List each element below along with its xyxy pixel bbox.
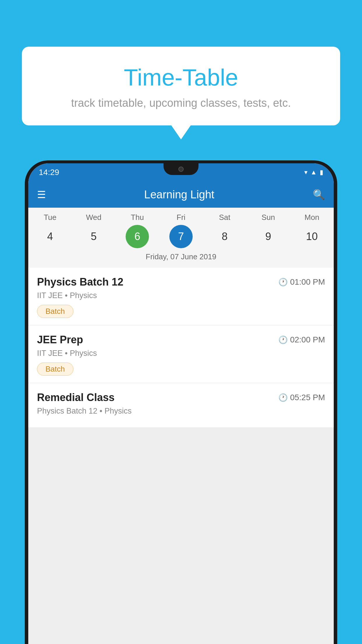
class-time-1: 🕐02:00 PM <box>278 335 325 344</box>
hamburger-icon[interactable]: ☰ <box>37 189 46 200</box>
day-header-fri: Fri <box>169 213 193 222</box>
day-number-7[interactable]: 7 <box>169 225 193 248</box>
content-area: Physics Batch 12🕐01:00 PMIIT JEE • Physi… <box>28 268 334 644</box>
clock-icon: 🕐 <box>278 335 288 344</box>
speech-bubble: Time-Table track timetable, upcoming cla… <box>22 47 340 125</box>
class-meta-2: Physics Batch 12 • Physics <box>37 407 325 416</box>
card-header-2: Remedial Class🕐05:25 PM <box>37 391 325 404</box>
notch <box>164 163 198 175</box>
class-name-0: Physics Batch 12 <box>37 276 123 288</box>
day-numbers: 45678910 <box>28 225 334 248</box>
class-time-2: 🕐05:25 PM <box>278 393 325 402</box>
card-header-0: Physics Batch 12🕐01:00 PM <box>37 276 325 288</box>
status-icons: ▾ ▲ ▮ <box>304 169 323 176</box>
batch-badge-0: Batch <box>37 305 73 318</box>
class-card-1[interactable]: JEE Prep🕐02:00 PMIIT JEE • PhysicsBatch <box>28 326 334 383</box>
status-time: 14:29 <box>39 168 59 177</box>
class-name-2: Remedial Class <box>37 391 115 404</box>
wifi-icon: ▾ <box>304 169 307 176</box>
calendar-strip: TueWedThuFriSatSunMon 45678910 Friday, 0… <box>28 208 334 268</box>
status-bar: 14:29 ▾ ▲ ▮ <box>28 163 334 181</box>
day-number-8[interactable]: 8 <box>213 225 236 248</box>
app-bar: ☰ Learning Light 🔍 <box>28 181 334 208</box>
search-icon[interactable]: 🔍 <box>313 189 325 200</box>
class-card-0[interactable]: Physics Batch 12🕐01:00 PMIIT JEE • Physi… <box>28 268 334 325</box>
day-number-4[interactable]: 4 <box>38 225 62 248</box>
day-header-sun: Sun <box>256 213 280 222</box>
day-number-6[interactable]: 6 <box>126 225 149 248</box>
phone-screen: 14:29 ▾ ▲ ▮ ☰ Learning Light 🔍 TueWedThu… <box>28 163 334 644</box>
day-number-5[interactable]: 5 <box>82 225 106 248</box>
day-header-sat: Sat <box>213 213 236 222</box>
class-card-2[interactable]: Remedial Class🕐05:25 PMPhysics Batch 12 … <box>28 383 334 427</box>
day-number-10[interactable]: 10 <box>300 225 324 248</box>
day-number-9[interactable]: 9 <box>256 225 280 248</box>
app-title: Learning Light <box>55 188 304 201</box>
screen-content: TueWedThuFriSatSunMon 45678910 Friday, 0… <box>28 208 334 644</box>
bubble-subtitle: track timetable, upcoming classes, tests… <box>34 97 328 109</box>
day-header-mon: Mon <box>300 213 324 222</box>
day-header-thu: Thu <box>126 213 149 222</box>
class-meta-0: IIT JEE • Physics <box>37 291 325 300</box>
day-header-wed: Wed <box>82 213 106 222</box>
clock-icon: 🕐 <box>278 393 288 402</box>
day-header-tue: Tue <box>38 213 62 222</box>
clock-icon: 🕐 <box>278 278 288 287</box>
bubble-title: Time-Table <box>34 64 328 91</box>
battery-icon: ▮ <box>320 169 323 176</box>
selected-date-label: Friday, 07 June 2019 <box>28 252 334 265</box>
class-meta-1: IIT JEE • Physics <box>37 349 325 358</box>
phone-frame: 14:29 ▾ ▲ ▮ ☰ Learning Light 🔍 TueWedThu… <box>25 160 337 644</box>
card-header-1: JEE Prep🕐02:00 PM <box>37 334 325 346</box>
class-time-0: 🕐01:00 PM <box>278 277 325 287</box>
signal-icon: ▲ <box>310 169 317 176</box>
camera-dot <box>178 167 184 172</box>
class-name-1: JEE Prep <box>37 334 83 346</box>
batch-badge-1: Batch <box>37 363 73 376</box>
day-headers: TueWedThuFriSatSunMon <box>28 213 334 222</box>
